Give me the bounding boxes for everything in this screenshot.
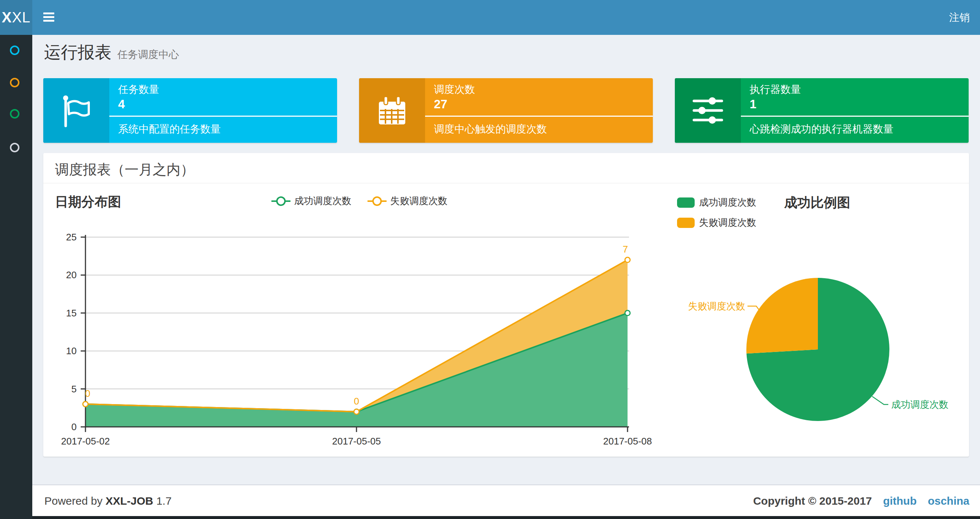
main-footer: Powered by XXL-JOB 1.7 Copyright © 2015-… [32, 484, 980, 517]
stat-label: 调度次数 [434, 83, 475, 97]
svg-text:5: 5 [72, 383, 76, 394]
stat-description: 系统中配置的任务数量 [118, 122, 221, 136]
date-distribution-chart: 05101520252017-05-022017-05-052017-05-08… [43, 184, 667, 457]
svg-text:2017-05-05: 2017-05-05 [332, 436, 381, 447]
report-panel-body: 日期分布图 成功调度次数失败调度次数 成功调度次数失败调度次数 成功比例图 05… [43, 184, 969, 457]
logout-button[interactable]: 注销 [949, 0, 970, 35]
svg-text:20: 20 [66, 270, 76, 280]
sidebar-item-0-circle-o-icon[interactable] [9, 45, 20, 56]
app-logo-bold: X [2, 9, 12, 26]
svg-text:成功调度次数: 成功调度次数 [891, 399, 948, 410]
stat-value: 1 [750, 97, 756, 111]
svg-text:15: 15 [66, 308, 76, 319]
oschina-link[interactable]: oschina [928, 495, 969, 507]
app-logo-rest: XL [12, 9, 30, 26]
svg-text:2017-05-08: 2017-05-08 [603, 436, 652, 447]
github-link[interactable]: github [883, 495, 917, 507]
svg-text:0: 0 [354, 396, 359, 407]
top-navbar: XXL 注销 [0, 0, 980, 35]
divider [109, 116, 337, 117]
svg-text:10: 10 [66, 345, 76, 356]
svg-text:7: 7 [623, 244, 628, 255]
page-title: 运行报表任务调度中心 [44, 41, 179, 64]
copyright-text: Copyright © 2015-2017 [753, 495, 872, 507]
report-panel: 调度报表（一月之内） 日期分布图 成功调度次数失败调度次数 成功调度次数失败调度… [43, 153, 969, 457]
stat-value: 4 [118, 97, 125, 111]
page-subtitle: 任务调度中心 [118, 49, 179, 60]
stat-value: 27 [434, 97, 447, 111]
sidebar-item-2-circle-o-icon[interactable] [9, 108, 20, 119]
svg-text:0: 0 [72, 422, 76, 433]
report-panel-title: 调度报表（一月之内） [55, 160, 194, 179]
stat-description: 调度中心触发的调度次数 [434, 122, 547, 136]
success-ratio-pie-chart: 失败调度次数成功调度次数 [667, 184, 969, 457]
brand-name: XXL-JOB [106, 495, 153, 507]
report-panel-header: 调度报表（一月之内） [43, 153, 969, 184]
svg-text:失败调度次数: 失败调度次数 [688, 300, 745, 311]
stat-label: 任务数量 [118, 83, 159, 97]
svg-text:25: 25 [66, 232, 76, 243]
stat-box-jobs: 任务数量 4 系统中配置的任务数量 [43, 78, 337, 143]
sidebar-toggle-icon[interactable] [43, 13, 55, 22]
stat-label: 执行器数量 [750, 83, 801, 97]
stat-description: 心跳检测成功的执行器机器数量 [750, 122, 893, 136]
stat-box-executors: 执行器数量 1 心跳检测成功的执行器机器数量 [675, 78, 969, 143]
sidebar-item-3-circle-o-icon[interactable] [9, 142, 20, 153]
stat-box-triggers: 调度次数 27 调度中心触发的调度次数 [359, 78, 653, 143]
svg-text:0: 0 [85, 388, 90, 399]
calendar-icon [359, 78, 425, 143]
sidebar [0, 35, 32, 519]
page-header: 运行报表任务调度中心 [44, 41, 179, 64]
sliders-icon [675, 78, 741, 143]
divider [741, 116, 969, 117]
app-logo[interactable]: XXL [0, 0, 32, 35]
divider [425, 116, 653, 117]
window-bottom-edge [0, 516, 980, 519]
svg-text:2017-05-02: 2017-05-02 [61, 436, 110, 447]
flag-icon [43, 78, 109, 143]
sidebar-item-1-circle-o-icon[interactable] [9, 77, 20, 88]
powered-by-text: Powered by XXL-JOB 1.7 [45, 485, 172, 517]
